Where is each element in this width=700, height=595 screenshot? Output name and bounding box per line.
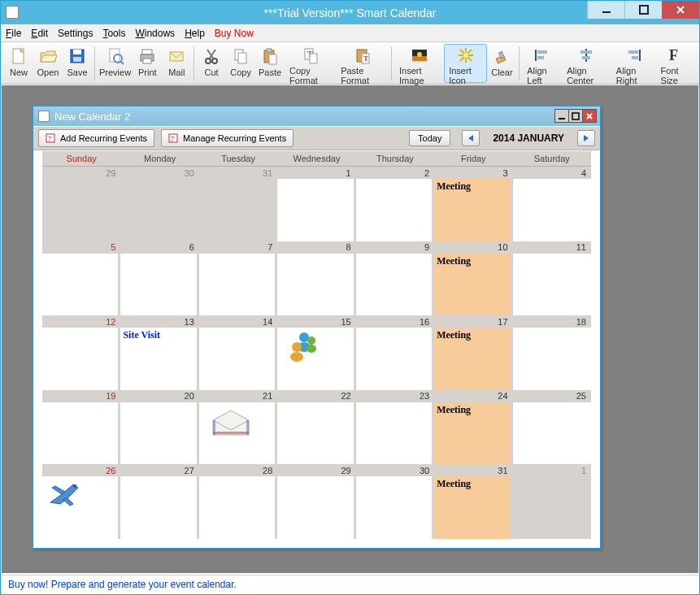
menu-file[interactable]: File (6, 28, 21, 39)
doc-close-button[interactable] (582, 109, 597, 123)
open-button[interactable]: Open (33, 44, 63, 83)
day-cell[interactable] (120, 402, 198, 465)
doc-maximize-button[interactable] (568, 109, 583, 123)
save-button[interactable]: Save (63, 44, 92, 83)
day-cell[interactable] (356, 476, 434, 539)
svg-point-37 (463, 53, 468, 58)
day-cell[interactable]: Meeting (434, 402, 512, 465)
day-cell[interactable] (356, 254, 434, 316)
minimize-button[interactable] (587, 1, 624, 19)
align-left-icon (533, 46, 552, 64)
daynum: 10 (434, 241, 512, 254)
insert-icon-button[interactable]: Insert Icon (444, 44, 487, 83)
day-cell[interactable] (199, 476, 277, 539)
clear-button[interactable]: Clear (487, 44, 516, 83)
today-button[interactable]: Today (409, 130, 450, 146)
svg-rect-42 (537, 56, 544, 59)
menu-windows[interactable]: Windows (135, 28, 175, 39)
day-cell[interactable]: Meeting (434, 328, 512, 390)
copy-button[interactable]: Copy (226, 44, 255, 83)
daynum: 23 (356, 390, 434, 402)
close-button[interactable] (662, 1, 699, 19)
day-cell[interactable] (277, 476, 355, 539)
day-cell[interactable] (513, 254, 591, 316)
day-cell[interactable] (356, 179, 434, 241)
menu-help[interactable]: Help (185, 28, 205, 39)
day-cell[interactable] (120, 476, 198, 539)
svg-rect-0 (602, 11, 611, 13)
menu-buynow[interactable]: Buy Now (215, 28, 254, 39)
day-cell[interactable] (199, 254, 277, 316)
day-cell[interactable] (277, 402, 355, 465)
preview-button[interactable]: Preview (98, 44, 133, 83)
daynum: 8 (277, 241, 355, 254)
day-cell[interactable] (42, 328, 120, 390)
copy-icon (231, 46, 250, 66)
paste-button[interactable]: Paste (255, 44, 285, 83)
day-cell[interactable]: Meeting (434, 179, 512, 241)
doc-titlebar[interactable]: New Calendar 2 (33, 106, 600, 126)
day-cell[interactable]: Meeting (434, 476, 512, 539)
day-cell[interactable] (277, 328, 355, 390)
day-cell[interactable] (356, 402, 434, 465)
add-recurring-button[interactable]: 7 Add Recurring Events (38, 129, 154, 147)
day-cell[interactable] (199, 402, 277, 465)
day-cell[interactable] (42, 179, 120, 241)
day-cell[interactable] (513, 476, 591, 539)
paste-format-button[interactable]: T Paste Format (336, 44, 389, 83)
daynum: 3 (434, 167, 512, 179)
day-cell[interactable]: Meeting (434, 254, 512, 316)
daynum: 7 (199, 241, 277, 254)
day-cell[interactable] (513, 328, 591, 390)
svg-point-63 (290, 352, 303, 362)
font-size-button[interactable]: F Font Size (656, 44, 696, 83)
day-cell[interactable] (513, 402, 591, 465)
svg-text:7: 7 (171, 135, 175, 143)
day-cell[interactable] (42, 402, 120, 465)
day-cell[interactable] (42, 476, 120, 539)
doc-minimize-button[interactable] (554, 109, 569, 123)
day-cell[interactable] (199, 328, 277, 390)
weekday-tuesday: Tuesday (199, 151, 277, 166)
month-label: 2014 JANUARY (486, 132, 571, 144)
next-month-button[interactable] (577, 130, 595, 146)
menu-tools[interactable]: Tools (102, 28, 125, 39)
day-cell[interactable] (277, 179, 355, 241)
mail-button[interactable]: Mail (162, 44, 191, 83)
manage-recurring-button[interactable]: 7 Manage Recurring Events (161, 129, 293, 147)
cut-button[interactable]: Cut (197, 44, 226, 83)
day-cell[interactable] (120, 179, 198, 241)
day-cell[interactable] (513, 179, 591, 241)
svg-rect-51 (572, 113, 579, 119)
maximize-button[interactable] (624, 1, 662, 19)
day-cell[interactable] (356, 328, 434, 390)
print-button[interactable]: Print (133, 44, 162, 83)
align-left-button[interactable]: Align Left (522, 44, 562, 83)
daynum: 18 (513, 315, 591, 328)
new-button[interactable]: New (4, 44, 33, 83)
copy-format-button[interactable]: T Copy Format (285, 44, 336, 83)
menu-settings[interactable]: Settings (58, 28, 93, 39)
window-title: ***Trial Version*** Smart Calendar (264, 7, 437, 20)
align-right-button[interactable]: Align Right (611, 44, 656, 83)
airplane-icon (46, 480, 83, 509)
weekday-header: Sunday Monday Tuesday Wednesday Thursday… (42, 151, 591, 167)
app-icon (6, 6, 19, 19)
day-cell[interactable] (199, 179, 277, 241)
menu-edit[interactable]: Edit (31, 28, 48, 39)
daynum: 13 (120, 315, 198, 328)
svg-rect-50 (559, 118, 565, 119)
daynum: 12 (42, 315, 120, 328)
day-cell[interactable] (120, 254, 198, 316)
align-center-button[interactable]: Align Center (562, 44, 611, 83)
align-right-icon (624, 46, 643, 64)
prev-month-button[interactable] (462, 130, 480, 146)
day-cell[interactable] (42, 254, 120, 316)
insert-image-button[interactable]: Insert Image (394, 44, 444, 83)
daynum: 27 (120, 464, 198, 476)
svg-text:7: 7 (48, 135, 52, 143)
svg-rect-22 (267, 49, 272, 52)
day-cell[interactable]: Site Visit (120, 328, 198, 390)
day-cell[interactable] (277, 254, 355, 316)
event-meeting: Meeting (437, 180, 471, 192)
